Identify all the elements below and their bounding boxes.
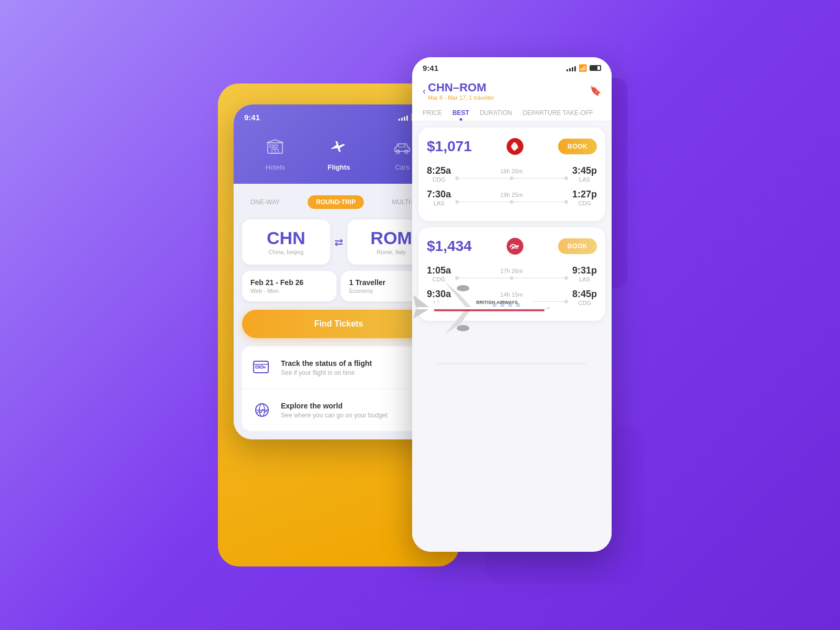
right-phone: 9:41 📶 ‹ CHN–ROM bbox=[412, 57, 612, 552]
cars-icon bbox=[393, 138, 412, 160]
origin-code: CHN bbox=[250, 229, 322, 247]
book-button-2[interactable]: BOOK bbox=[558, 238, 597, 254]
time-left: 9:41 bbox=[244, 113, 260, 122]
svg-text:CA: CA bbox=[511, 144, 518, 150]
explore-world-title: Explore the world bbox=[281, 402, 387, 410]
time-right: 9:41 bbox=[423, 64, 438, 72]
route-title: CHN–ROM bbox=[428, 81, 495, 94]
dates-main: Feb 21 - Feb 26 bbox=[250, 278, 328, 287]
wifi-icon-right: 📶 bbox=[579, 64, 587, 72]
status-bar-left: 9:41 📶 bbox=[244, 113, 433, 122]
right-header: ‹ CHN–ROM Mar 8 - Mar 17, 1 traveller 🔖 … bbox=[412, 77, 612, 121]
sort-duration[interactable]: DURATION bbox=[480, 109, 512, 121]
hotels-label: Hotels bbox=[266, 163, 285, 171]
track-flight-icon bbox=[250, 356, 274, 379]
segment-1a-origin: 8:25a CDG bbox=[427, 165, 451, 183]
duration-1a: 16h 20m bbox=[500, 168, 523, 174]
svg-rect-9 bbox=[256, 366, 259, 368]
round-trip-option[interactable]: ROUND-TRIP bbox=[308, 195, 364, 209]
nav-tab-cars[interactable]: Cars bbox=[393, 138, 412, 173]
sort-departure[interactable]: DEPARTURE TAKE-OFF bbox=[522, 109, 593, 121]
signal-icon bbox=[398, 114, 408, 121]
hotels-icon bbox=[266, 138, 285, 160]
trip-type-selector: ONE-WAY ROUND-TRIP MULTI-CITY bbox=[242, 192, 435, 212]
book-button-1[interactable]: BOOK bbox=[558, 139, 597, 154]
svg-point-19 bbox=[457, 325, 469, 331]
battery-icon-right bbox=[590, 65, 601, 71]
airplane-image: BRITISH AIRWAYS bbox=[412, 266, 550, 352]
explore-world-icon bbox=[250, 398, 274, 422]
segment-2b-dest: 8:45p CDG bbox=[572, 289, 597, 306]
flights-label: Flights bbox=[328, 163, 350, 171]
track-flight-subtitle: See if your flight is on time bbox=[281, 369, 372, 376]
depart-airport-1a: CDG bbox=[427, 176, 451, 183]
flight-card-1-header: $1,071 CA BOOK bbox=[427, 136, 597, 157]
arrive-airport-2a: LAS bbox=[572, 276, 597, 282]
segment-1b-middle: 19h 25m bbox=[451, 192, 572, 204]
depart-airport-1b: LAS bbox=[427, 200, 451, 206]
feature-list: Track the status of a flight See if your… bbox=[242, 346, 435, 431]
airport-row: CHN China, beijing ⇄ ROM Rome, Italy bbox=[242, 219, 435, 265]
sort-price[interactable]: PRICE bbox=[423, 109, 442, 121]
status-icons-right: 📶 bbox=[566, 64, 601, 72]
swap-icon[interactable]: ⇄ bbox=[334, 236, 343, 248]
left-phone-wrapper: 9:41 📶 bbox=[228, 99, 444, 439]
segment-1a-middle: 16h 20m bbox=[451, 168, 572, 180]
arrive-time-2a: 9:31p bbox=[572, 265, 597, 276]
nav-tabs: Hotels Flights bbox=[244, 132, 433, 173]
flight-card-2-header: $1,434 MU BOOK bbox=[427, 236, 597, 257]
info-row: Feb 21 - Feb 26 Web - Mon 1 Traveller Ec… bbox=[242, 271, 435, 301]
flight-card-1: $1,071 CA BOOK 8:25 bbox=[418, 128, 605, 221]
segment-1a: 8:25a CDG 16h 20m 3 bbox=[427, 165, 597, 183]
one-way-option[interactable]: ONE-WAY bbox=[244, 195, 286, 209]
origin-card[interactable]: CHN China, beijing bbox=[242, 219, 330, 265]
track-flight-title: Track the status of a flight bbox=[281, 359, 372, 368]
sort-best[interactable]: BEST bbox=[453, 109, 469, 121]
svg-rect-1 bbox=[270, 145, 273, 148]
arrive-airport-2b: CDG bbox=[572, 300, 597, 306]
flight-2-price: $1,434 bbox=[427, 238, 472, 255]
svg-point-20 bbox=[457, 285, 469, 291]
dates-card[interactable]: Feb 21 - Feb 26 Web - Mon bbox=[242, 271, 337, 301]
feature-item-explore[interactable]: Explore the world See where you can go o… bbox=[242, 389, 435, 431]
segment-1b-origin: 7:30a LAS bbox=[427, 189, 451, 206]
flight-1-price: $1,071 bbox=[427, 138, 472, 155]
screens-container: 9:41 📶 bbox=[228, 78, 612, 552]
nav-tab-flights[interactable]: Flights bbox=[328, 138, 350, 173]
arrive-time-1b: 1:27p bbox=[572, 189, 597, 200]
svg-text:BRITISH AIRWAYS: BRITISH AIRWAYS bbox=[476, 300, 518, 305]
dates-sub: Web - Mon bbox=[250, 288, 328, 294]
flight-card-2: $1,434 MU BOOK 1:05 bbox=[418, 227, 605, 321]
track-flight-text: Track the status of a flight See if your… bbox=[281, 359, 372, 376]
svg-rect-2 bbox=[274, 145, 277, 148]
depart-time-1b: 7:30a bbox=[427, 189, 451, 200]
find-tickets-button[interactable]: Find Tickets bbox=[242, 310, 435, 338]
bookmark-icon[interactable]: 🔖 bbox=[590, 85, 601, 97]
status-bar-right: 9:41 📶 bbox=[412, 57, 612, 77]
signal-icon-right bbox=[566, 65, 576, 71]
svg-text:MU: MU bbox=[512, 245, 519, 250]
nav-tab-hotels[interactable]: Hotels bbox=[266, 138, 285, 173]
china-eastern-logo: MU bbox=[502, 236, 528, 257]
origin-name: China, beijing bbox=[250, 249, 322, 255]
arrive-airport-1a: LAS bbox=[572, 176, 597, 183]
flights-icon bbox=[328, 138, 349, 160]
route-dates: Mar 8 - Mar 17, 1 traveller bbox=[428, 94, 495, 101]
right-body: $1,071 CA BOOK 8:25 bbox=[412, 121, 612, 552]
scroll-indicator bbox=[437, 363, 587, 364]
route-info: CHN–ROM Mar 8 - Mar 17, 1 traveller bbox=[428, 81, 495, 101]
feature-item-track[interactable]: Track the status of a flight See if your… bbox=[242, 346, 435, 389]
duration-1b: 19h 25m bbox=[500, 192, 523, 198]
sort-tabs: PRICE BEST DURATION DEPARTURE TAKE-OFF bbox=[423, 103, 601, 121]
back-arrow-icon: ‹ bbox=[423, 86, 426, 97]
explore-world-text: Explore the world See where you can go o… bbox=[281, 402, 387, 419]
segment-1b-dest: 1:27p CDG bbox=[572, 189, 597, 206]
back-button[interactable]: ‹ CHN–ROM Mar 8 - Mar 17, 1 traveller bbox=[423, 81, 495, 101]
segment-1b: 7:30a LAS 19h 25m 1 bbox=[427, 189, 597, 206]
segment-line-1a bbox=[455, 176, 568, 180]
segment-1a-dest: 3:45p LAS bbox=[572, 165, 597, 183]
arrive-time-2b: 8:45p bbox=[572, 289, 597, 300]
back-row: ‹ CHN–ROM Mar 8 - Mar 17, 1 traveller 🔖 bbox=[423, 81, 601, 101]
cars-label: Cars bbox=[395, 163, 409, 171]
depart-time-1a: 8:25a bbox=[427, 165, 451, 176]
